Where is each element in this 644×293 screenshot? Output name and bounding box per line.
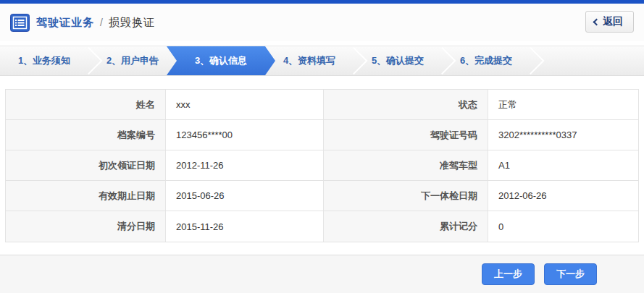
- wizard-step-4[interactable]: 4、资料填写: [265, 46, 354, 75]
- field-value: A1: [488, 150, 638, 180]
- field-value: 2012-06-26: [488, 181, 638, 211]
- table-row: 档案编号 123456****00 驾驶证号码 3202**********03…: [6, 120, 638, 150]
- wizard-step-label: 5、确认提交: [372, 54, 424, 67]
- wizard-step-label: 3、确认信息: [195, 54, 247, 67]
- wizard-step-label: 2、用户申告: [106, 54, 159, 67]
- header: 驾驶证业务 / 损毁换证 返回: [0, 4, 644, 41]
- field-label: 有效期止日期: [6, 181, 166, 211]
- next-step-button[interactable]: 下一步: [544, 263, 597, 285]
- breadcrumb-current: 损毁换证: [109, 16, 155, 30]
- footer-action-bar: 上一步 下一步: [0, 255, 644, 293]
- field-value: 123456****00: [166, 120, 324, 150]
- table-row: 清分日期 2015-11-26 累计记分 0: [6, 211, 638, 242]
- wizard-step-1[interactable]: 1、业务须知: [0, 46, 88, 75]
- field-value: 0: [488, 211, 638, 242]
- back-button[interactable]: 返回: [585, 11, 634, 33]
- field-label: 累计记分: [324, 211, 488, 242]
- field-value: 2015-11-26: [166, 211, 324, 242]
- field-label: 状态: [324, 90, 488, 119]
- field-value: xxx: [166, 90, 324, 119]
- breadcrumb-separator: /: [100, 17, 103, 28]
- page: 驾驶证业务 / 损毁换证 返回 1、业务须知 2、用户申告 3、确认信息 4、资…: [0, 0, 644, 293]
- step-wizard: 1、业务须知 2、用户申告 3、确认信息 4、资料填写 5、确认提交 6、完成提…: [0, 46, 644, 76]
- wizard-step-2[interactable]: 2、用户申告: [88, 46, 177, 75]
- chevron-left-icon: [593, 18, 601, 25]
- field-value: 正常: [488, 90, 638, 119]
- license-list-icon: [10, 14, 30, 32]
- field-label: 清分日期: [6, 211, 166, 242]
- field-label: 下一体检日期: [324, 181, 488, 211]
- field-label: 档案编号: [6, 120, 166, 150]
- table-row: 姓名 xxx 状态 正常: [6, 90, 638, 120]
- page-title: 驾驶证业务: [36, 16, 94, 30]
- field-label: 初次领证日期: [6, 150, 166, 180]
- wizard-step-6[interactable]: 6、完成提交: [442, 46, 530, 75]
- field-value: 2012-11-26: [166, 150, 324, 180]
- field-label: 驾驶证号码: [324, 120, 488, 150]
- wizard-filler: [530, 46, 644, 75]
- back-button-label: 返回: [603, 15, 623, 28]
- table-row: 有效期止日期 2015-06-26 下一体检日期 2012-06-26: [6, 181, 638, 211]
- wizard-step-label: 4、资料填写: [283, 54, 335, 67]
- previous-step-button[interactable]: 上一步: [482, 263, 535, 285]
- wizard-step-label: 1、业务须知: [18, 54, 70, 67]
- field-label: 姓名: [6, 90, 166, 119]
- table-row: 初次领证日期 2012-11-26 准驾车型 A1: [6, 150, 638, 181]
- field-label: 准驾车型: [324, 150, 488, 180]
- license-info-table: 姓名 xxx 状态 正常 档案编号 123456****00 驾驶证号码 320…: [5, 89, 639, 242]
- wizard-step-5[interactable]: 5、确认提交: [354, 46, 442, 75]
- wizard-step-label: 6、完成提交: [460, 54, 512, 67]
- wizard-step-3-active[interactable]: 3、确认信息: [167, 46, 275, 75]
- field-value: 3202**********0337: [488, 120, 638, 150]
- field-value: 2015-06-26: [166, 181, 324, 211]
